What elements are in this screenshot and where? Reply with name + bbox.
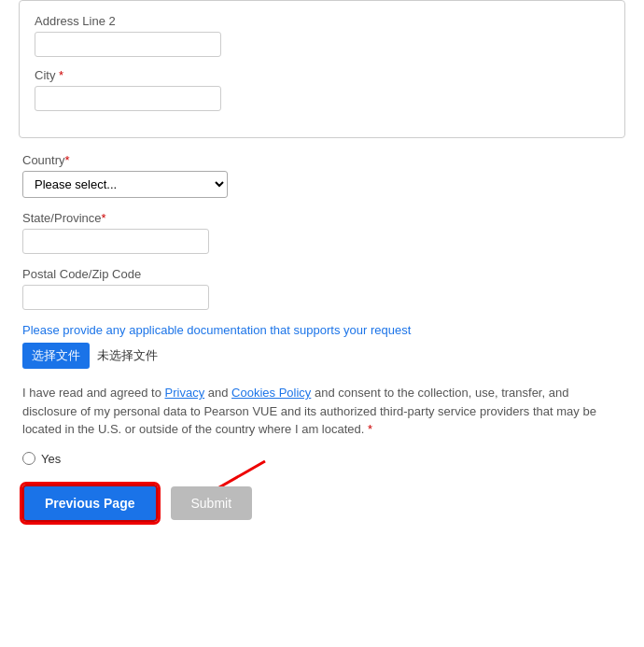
previous-page-button[interactable]: Previous Page [22, 485, 158, 522]
file-upload-section: Please provide any applicable documentat… [22, 323, 622, 369]
city-input[interactable] [35, 86, 221, 111]
address2-label: Address Line 2 [35, 14, 609, 28]
consent-section: I have read and agreed to Privacy and Co… [22, 384, 622, 439]
country-required-star: * [65, 153, 70, 167]
submit-button[interactable]: Submit [171, 486, 253, 520]
state-field-group: State/Province* [22, 211, 622, 254]
privacy-link[interactable]: Privacy [165, 386, 205, 400]
postal-label: Postal Code/Zip Code [22, 267, 622, 281]
button-row: Previous Page Submit [22, 485, 252, 522]
yes-radio-label[interactable]: Yes [41, 452, 61, 466]
state-label: State/Province* [22, 211, 622, 225]
country-label: Country* [22, 153, 622, 167]
file-upload-row: 选择文件 未选择文件 [22, 343, 622, 369]
below-card: Country* Please select... United States … [19, 153, 625, 522]
consent-required-star: * [368, 422, 372, 436]
cookies-policy-link[interactable]: Cookies Policy [231, 386, 311, 400]
country-select[interactable]: Please select... United States United Ki… [22, 171, 228, 198]
country-field-group: Country* Please select... United States … [22, 153, 622, 198]
postal-field-group: Postal Code/Zip Code [22, 267, 622, 310]
file-no-chosen-label: 未选择文件 [97, 347, 158, 364]
address2-field-group: Address Line 2 [35, 14, 609, 57]
doc-upload-label: Please provide any applicable documentat… [22, 323, 622, 337]
address2-input[interactable] [35, 32, 221, 57]
postal-input[interactable] [22, 285, 209, 310]
page-wrapper: Address Line 2 City * Country* Please se… [0, 0, 644, 541]
consent-text: I have read and agreed to Privacy and Co… [22, 384, 622, 439]
state-required-star: * [102, 211, 106, 225]
city-required-star: * [59, 68, 63, 82]
address-card: Address Line 2 City * [19, 0, 625, 138]
state-input[interactable] [22, 229, 209, 254]
yes-radio-input[interactable] [22, 452, 35, 465]
yes-radio-row: Yes [22, 452, 622, 466]
button-area: Previous Page Submit [22, 485, 622, 522]
city-field-group: City * [35, 68, 609, 111]
file-choose-button[interactable]: 选择文件 [22, 343, 90, 369]
city-label: City * [35, 68, 609, 82]
